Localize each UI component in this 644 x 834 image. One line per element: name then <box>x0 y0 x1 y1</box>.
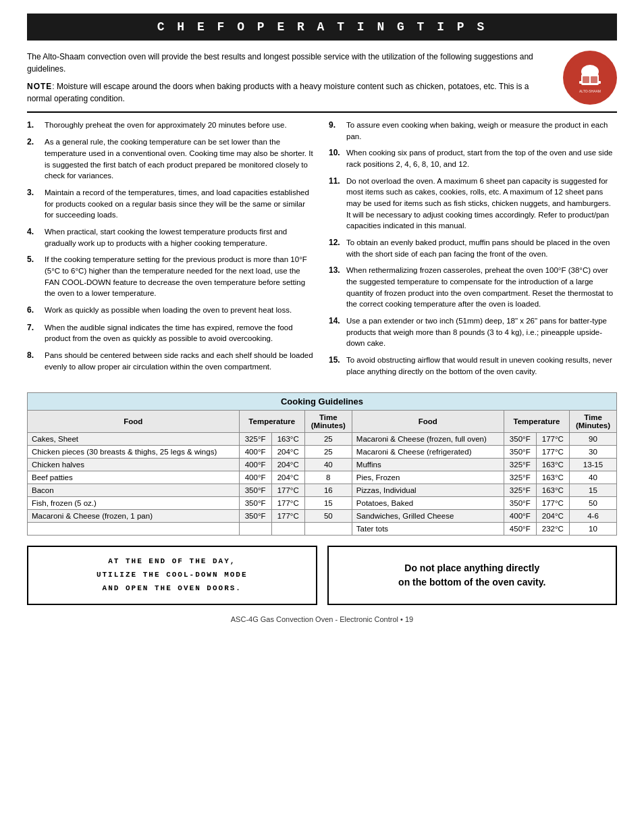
temp2f-cell: 350°F <box>504 446 536 459</box>
intro-section: The Alto-Shaam convection oven will prov… <box>27 51 617 105</box>
time1-cell <box>304 523 352 536</box>
tip-num: 7. <box>27 322 41 344</box>
table-header-row: Food Temperature Time(Minutes) Food Temp… <box>28 411 617 433</box>
svg-rect-5 <box>591 76 597 83</box>
tip-text: As a general rule, the cooking temperatu… <box>45 136 315 182</box>
time1-cell: 15 <box>304 497 352 510</box>
time2-cell: 13-15 <box>569 459 616 471</box>
tip-text: Maintain a record of the temperatures, t… <box>45 187 315 221</box>
time1-cell: 25 <box>304 446 352 459</box>
tip-item-12: 12.To obtain an evenly baked product, mu… <box>329 237 617 259</box>
temp1c-cell: 177°C <box>271 510 304 523</box>
tip-item-8: 8.Pans should be centered between side r… <box>27 350 315 372</box>
temp2c-cell: 177°C <box>536 446 569 459</box>
logo-svg: ALTO-SHAAM <box>566 54 614 101</box>
note-body: : Moisture will escape around the doors … <box>27 82 529 103</box>
food1-cell: Macaroni & Cheese (frozen, 1 pan) <box>28 510 240 523</box>
temp2c-cell: 204°C <box>536 510 569 523</box>
tip-text: Thoroughly preheat the oven for approxim… <box>45 120 315 131</box>
tip-text: When rethermalizing frozen casseroles, p… <box>346 265 617 310</box>
temp1f-cell: 400°F <box>239 459 271 471</box>
temp2f-cell: 350°F <box>504 497 536 510</box>
table-row: Fish, frozen (5 oz.) 350°F 177°C 15 Pota… <box>28 497 617 510</box>
temp1c-cell: 177°C <box>271 497 304 510</box>
temp1f-cell: 325°F <box>239 433 271 446</box>
tip-text: If the cooking temperature setting for t… <box>45 254 315 299</box>
svg-text:ALTO-SHAAM: ALTO-SHAAM <box>579 89 601 93</box>
temp2f-cell: 450°F <box>504 523 536 536</box>
tip-num: 12. <box>329 237 342 259</box>
time2-cell: 10 <box>569 523 616 536</box>
tip-text: To assure even cooking when baking, weig… <box>346 120 617 142</box>
tip-item-7: 7.When the audible signal indicates the … <box>27 322 315 344</box>
section-divider <box>27 111 617 113</box>
temp1f-cell: 400°F <box>239 446 271 459</box>
temp1c-cell <box>271 523 304 536</box>
cool-down-box: AT THE END OF THE DAY, UTILIZE THE COOL-… <box>27 546 317 604</box>
time2-cell: 90 <box>569 433 616 446</box>
time2-cell: 15 <box>569 484 616 497</box>
time1-cell: 25 <box>304 433 352 446</box>
tip-text: When cooking six pans of product, start … <box>346 147 617 170</box>
temp1f-cell: 350°F <box>239 510 271 523</box>
temp1f-cell <box>239 523 271 536</box>
temp1f-cell: 400°F <box>239 471 271 484</box>
time2-cell: 4-6 <box>569 510 616 523</box>
col-temp1: Temperature <box>239 411 304 433</box>
tip-num: 5. <box>27 254 41 299</box>
cooking-guidelines-section: Cooking Guidelines Food Temperature Time… <box>27 392 617 536</box>
tips-right-col: 9.To assure even cooking when baking, we… <box>329 120 617 382</box>
food2-cell: Pies, Frozen <box>352 471 504 484</box>
table-title: Cooking Guidelines <box>27 392 617 410</box>
tip-num: 13. <box>329 265 342 310</box>
food2-cell: Tater tots <box>352 523 504 536</box>
alto-shaam-logo: ALTO-SHAAM <box>563 51 617 105</box>
tip-text: Do not overload the oven. A maximum 6 sh… <box>346 176 617 232</box>
temp1f-cell: 350°F <box>239 484 271 497</box>
temp2c-cell: 232°C <box>536 523 569 536</box>
tip-num: 10. <box>329 147 342 170</box>
food2-cell: Sandwiches, Grilled Cheese <box>352 510 504 523</box>
food2-cell: Macaroni & Cheese (frozen, full oven) <box>352 433 504 446</box>
food1-cell: Bacon <box>28 484 240 497</box>
food1-cell: Chicken pieces (30 breasts & thighs, 25 … <box>28 446 240 459</box>
table-row: Cakes, Sheet 325°F 163°C 25 Macaroni & C… <box>28 433 617 446</box>
tips-section: 1.Thoroughly preheat the oven for approx… <box>27 120 617 382</box>
tip-item-11: 11.Do not overload the oven. A maximum 6… <box>329 176 617 232</box>
tip-num: 15. <box>329 355 342 377</box>
temp2c-cell: 163°C <box>536 459 569 471</box>
temp2f-cell: 350°F <box>504 433 536 446</box>
temp2f-cell: 325°F <box>504 459 536 471</box>
tip-num: 2. <box>27 136 41 182</box>
tip-item-3: 3.Maintain a record of the temperatures,… <box>27 187 315 221</box>
tip-text: When the audible signal indicates the ti… <box>45 322 315 344</box>
warning-text: Do not place anything directlyon the bot… <box>398 561 545 590</box>
food2-cell: Potatoes, Baked <box>352 497 504 510</box>
temp2f-cell: 325°F <box>504 471 536 484</box>
col-time2: Time(Minutes) <box>569 411 616 433</box>
tip-text: Pans should be centered between side rac… <box>45 350 315 372</box>
time2-cell: 50 <box>569 497 616 510</box>
svg-rect-3 <box>579 81 601 84</box>
note-paragraph: NOTE: Moisture will escape around the do… <box>27 80 549 105</box>
time1-cell: 50 <box>304 510 352 523</box>
time1-cell: 16 <box>304 484 352 497</box>
page-title: C H E F O P E R A T I N G T I P S <box>27 14 617 41</box>
svg-rect-4 <box>583 76 589 83</box>
table-row: Bacon 350°F 177°C 16 Pizzas, Individual … <box>28 484 617 497</box>
tip-item-2: 2.As a general rule, the cooking tempera… <box>27 136 315 182</box>
cooking-table: Food Temperature Time(Minutes) Food Temp… <box>27 410 617 536</box>
food1-cell: Chicken halves <box>28 459 240 471</box>
tip-item-14: 14.Use a pan extender or two inch (51mm)… <box>329 315 617 349</box>
cool-down-line1: AT THE END OF THE DAY, <box>36 555 308 569</box>
tip-num: 3. <box>27 187 41 221</box>
tip-text: To obtain an evenly baked product, muffi… <box>346 237 617 259</box>
tip-item-15: 15.To avoid obstructing airflow that wou… <box>329 355 617 377</box>
temp2c-cell: 177°C <box>536 497 569 510</box>
tip-num: 6. <box>27 305 41 316</box>
footer: ASC-4G Gas Convection Oven - Electronic … <box>27 615 617 623</box>
temp1c-cell: 204°C <box>271 446 304 459</box>
cool-down-line3: AND OPEN THE OVEN DOORS. <box>36 582 308 596</box>
table-row: Tater tots 450°F 232°C 10 <box>28 523 617 536</box>
food1-cell: Fish, frozen (5 oz.) <box>28 497 240 510</box>
